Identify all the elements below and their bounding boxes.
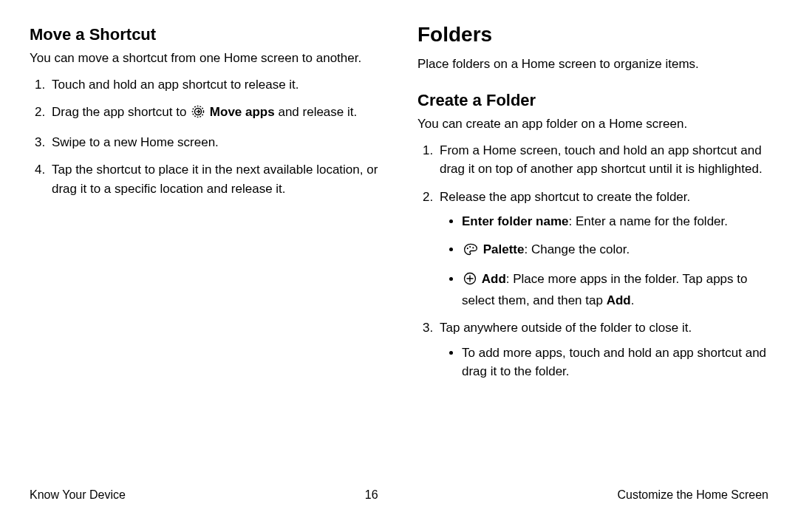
list-item: Enter folder name: Enter a name for the … <box>462 212 768 231</box>
add-icon <box>463 272 477 291</box>
list-item: From a Home screen, touch and hold an ap… <box>437 141 768 179</box>
svg-point-2 <box>467 248 468 249</box>
footer-left: Know Your Device <box>30 488 126 502</box>
palette-icon <box>463 242 478 262</box>
list-item: Drag the app shortcut to Move apps and r… <box>49 103 381 124</box>
list-item: Release the app shortcut to create the f… <box>437 188 768 310</box>
page-body: Move a Shortcut You can move a shortcut … <box>0 0 798 473</box>
folders-heading: Folders <box>417 22 768 47</box>
list-item: To add more apps, touch and hold an app … <box>462 344 768 381</box>
add-more-note: To add more apps, touch and hold an app … <box>440 344 768 381</box>
create-folder-intro: You can create an app folder on a Home s… <box>417 115 768 134</box>
list-item: Add: Place more apps in the folder. Tap … <box>462 270 768 310</box>
left-column: Move a Shortcut You can move a shortcut … <box>30 22 399 473</box>
list-item: Touch and hold an app shortcut to releas… <box>49 75 381 95</box>
move-shortcut-steps: Touch and hold an app shortcut to releas… <box>30 75 381 199</box>
list-item: Tap anywhere outside of the folder to cl… <box>437 318 768 381</box>
create-folder-heading: Create a Folder <box>417 91 768 110</box>
folder-options: Enter folder name: Enter a name for the … <box>440 212 768 310</box>
page-footer: Know Your Device 16 Customize the Home S… <box>0 473 798 517</box>
right-column: Folders Place folders on a Home screen t… <box>399 22 768 473</box>
create-folder-steps: From a Home screen, touch and hold an ap… <box>417 141 768 381</box>
page-number: 16 <box>365 488 378 502</box>
svg-point-4 <box>472 247 474 248</box>
list-item: Tap the shortcut to place it in the next… <box>49 160 381 198</box>
list-item: Palette: Change the color. <box>462 240 768 262</box>
list-item: Swipe to a new Home screen. <box>49 133 381 152</box>
move-shortcut-heading: Move a Shortcut <box>30 25 381 44</box>
svg-point-3 <box>469 246 471 248</box>
move-apps-icon <box>191 105 205 124</box>
footer-right: Customize the Home Screen <box>617 488 768 502</box>
folders-intro: Place folders on a Home screen to organi… <box>417 55 768 74</box>
move-shortcut-intro: You can move a shortcut from one Home sc… <box>30 49 381 68</box>
